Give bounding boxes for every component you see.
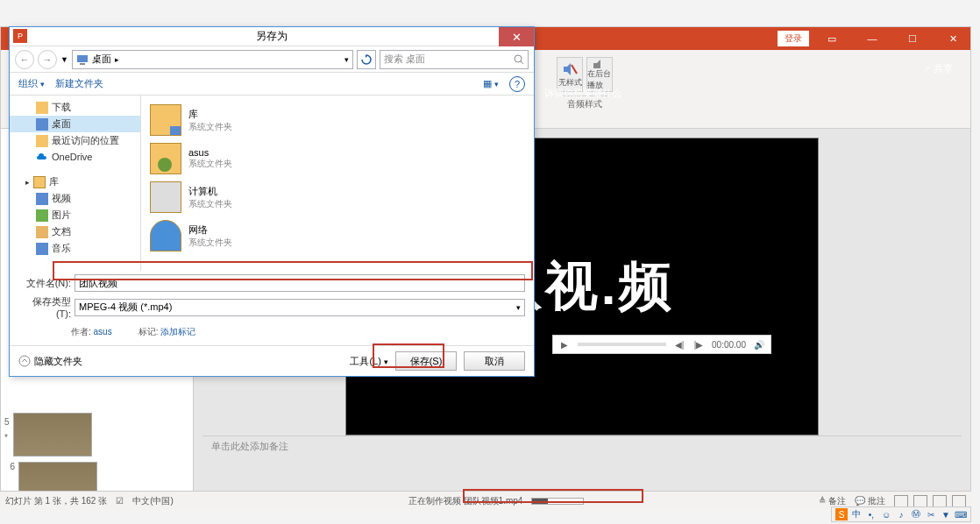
sorter-view-button[interactable] xyxy=(913,495,927,507)
slideshow-view-button[interactable] xyxy=(952,495,966,507)
svg-rect-2 xyxy=(80,63,85,65)
tree-recent[interactable]: 最近访问的位置 xyxy=(10,132,140,149)
pictures-icon xyxy=(36,209,48,222)
save-as-dialog: P 另存为 ✕ ← → ▼ 桌面 ▸ ▾ 搜索 桌面 组织 ▾ 新建文件夹 ▦ … xyxy=(9,26,535,377)
network-icon xyxy=(150,220,181,251)
path-dropdown-icon[interactable]: ▾ xyxy=(344,55,349,64)
recent-icon xyxy=(36,135,48,147)
folder-tree[interactable]: 下载 桌面 最近访问的位置 OneDrive ▸库 视频 图片 文档 音乐 xyxy=(10,96,141,271)
tree-onedrive[interactable]: OneDrive xyxy=(10,149,140,165)
maximize-button[interactable]: ☐ xyxy=(895,27,930,50)
ime-voice-button[interactable]: ♪ xyxy=(895,508,907,520)
search-box[interactable]: 搜索 桌面 xyxy=(380,50,529,69)
user-folder-icon xyxy=(150,143,181,174)
address-bar[interactable]: 桌面 ▸ ▾ xyxy=(72,50,353,69)
organize-menu[interactable]: 组织 ▾ xyxy=(18,77,45,90)
nav-back-button[interactable]: ← xyxy=(15,50,34,69)
media-seek[interactable] xyxy=(578,343,666,346)
dialog-footer: 隐藏文件夹 工具(L) ▾ 保存(S) 取消 xyxy=(10,345,534,376)
ime-toolbar[interactable]: S 中 •, ☺ ♪ Ⓜ ✂ ▼ ⌨ xyxy=(831,506,971,522)
media-control-bar: ▶ ◀| |▶ 00:00.00 🔊 xyxy=(552,335,771,354)
ribbon-display-button[interactable]: ▭ xyxy=(814,27,849,50)
media-prev-button[interactable]: ◀| xyxy=(673,338,685,351)
file-item-computer[interactable]: 计算机系统文件夹 xyxy=(146,178,529,216)
file-item-user[interactable]: asus系统文件夹 xyxy=(146,139,529,178)
path-chevron-icon[interactable]: ▸ xyxy=(115,55,119,64)
reading-view-button[interactable] xyxy=(933,495,947,507)
media-time: 00:00.00 xyxy=(712,340,746,350)
cancel-button[interactable]: 取消 xyxy=(464,351,525,371)
save-button[interactable]: 保存(S) xyxy=(395,351,457,371)
author-value[interactable]: asus xyxy=(94,327,112,336)
library-icon xyxy=(150,104,181,136)
dialog-close-button[interactable]: ✕ xyxy=(499,27,534,46)
ime-lang-button[interactable]: 中 xyxy=(850,508,863,520)
filename-input[interactable] xyxy=(75,274,525,292)
normal-view-button[interactable] xyxy=(894,495,908,507)
tree-video[interactable]: 视频 xyxy=(10,190,140,207)
nav-forward-button[interactable]: → xyxy=(38,50,57,69)
ime-emoji-button[interactable]: ☺ xyxy=(880,508,892,520)
file-item-library[interactable]: 库系统文件夹 xyxy=(146,101,529,139)
close-window-button[interactable]: ✕ xyxy=(935,27,970,50)
tree-music[interactable]: 音乐 xyxy=(10,240,140,257)
library-icon xyxy=(33,176,46,188)
desktop-icon xyxy=(36,118,48,131)
ime-keyboard-button[interactable]: ⌨ xyxy=(955,508,967,520)
language[interactable]: 中文(中国) xyxy=(132,495,174,507)
ime-logo-icon[interactable]: S xyxy=(835,508,848,520)
tell-me-search[interactable]: 诉我你想要做什么 xyxy=(544,87,621,100)
file-item-network[interactable]: 网络系统文件夹 xyxy=(146,216,529,255)
spellcheck-icon[interactable]: ☑ xyxy=(116,496,124,506)
tree-downloads[interactable]: 下载 xyxy=(10,99,140,116)
export-progress-label: 正在制作视频 团队视频1.mp4 xyxy=(408,495,523,507)
ime-m-button[interactable]: Ⓜ xyxy=(910,508,922,520)
minimize-button[interactable]: — xyxy=(855,27,890,50)
tree-documents[interactable]: 文档 xyxy=(10,223,140,240)
thumb-number: 6 xyxy=(4,462,15,471)
tags-value[interactable]: 添加标记 xyxy=(160,327,195,336)
share-button[interactable]: ♂ 共享 xyxy=(924,62,953,75)
new-folder-button[interactable]: 新建文件夹 xyxy=(55,77,103,90)
help-button[interactable]: ? xyxy=(509,76,525,92)
svg-line-4 xyxy=(521,61,523,64)
folder-icon xyxy=(36,102,48,114)
media-play-button[interactable]: ▶ xyxy=(558,338,571,351)
ime-clip-button[interactable]: ✂ xyxy=(925,508,937,520)
hide-folders-button[interactable]: 隐藏文件夹 xyxy=(18,355,82,368)
search-placeholder: 搜索 桌面 xyxy=(384,53,425,66)
comments-toggle[interactable]: 💬 批注 xyxy=(855,495,885,507)
media-next-button[interactable]: |▶ xyxy=(692,338,705,351)
pp-titlebar-right: 登录 ▭ — ☐ ✕ xyxy=(778,27,970,50)
refresh-icon xyxy=(361,54,372,65)
refresh-button[interactable] xyxy=(357,50,376,69)
notes-toggle[interactable]: ≜ 备注 xyxy=(819,495,846,507)
dialog-title: 另存为 xyxy=(256,29,288,44)
tree-library[interactable]: ▸库 xyxy=(10,173,140,190)
filetype-label: 保存类型(T): xyxy=(18,295,71,319)
view-options-button[interactable]: ▦ ▾ xyxy=(483,78,499,89)
svg-rect-1 xyxy=(77,55,88,62)
tree-desktop[interactable]: 桌面 xyxy=(10,116,140,132)
export-progress-bar xyxy=(531,498,584,505)
computer-icon xyxy=(150,181,181,213)
filetype-select[interactable]: MPEG-4 视频 (*.mp4)▾ xyxy=(75,299,525,316)
notes-pane[interactable]: 单击此处添加备注 xyxy=(202,435,962,457)
view-buttons xyxy=(894,495,966,507)
share-label: 共享 xyxy=(934,63,953,74)
svg-point-3 xyxy=(515,55,522,62)
ime-punct-button[interactable]: •, xyxy=(865,508,877,520)
status-bar: 幻灯片 第 1 张，共 162 张 ☑ 中文(中国) 正在制作视频 团队视频1.… xyxy=(0,491,971,510)
media-volume-button[interactable]: 🔊 xyxy=(753,338,765,351)
dialog-titlebar: P 另存为 ✕ xyxy=(10,27,534,46)
path-segment[interactable]: 桌面 xyxy=(92,53,111,66)
thumb-item[interactable]: 5* xyxy=(4,413,189,457)
tree-pictures[interactable]: 图片 xyxy=(10,207,140,223)
login-button[interactable]: 登录 xyxy=(778,31,809,46)
ime-skin-button[interactable]: ▼ xyxy=(940,508,952,520)
tools-menu[interactable]: 工具(L) ▾ xyxy=(350,355,388,368)
file-list[interactable]: 库系统文件夹 asus系统文件夹 计算机系统文件夹 网络系统文件夹 xyxy=(141,96,534,271)
svg-point-5 xyxy=(19,356,30,366)
nav-history-dropdown[interactable]: ▼ xyxy=(60,55,68,64)
documents-icon xyxy=(36,226,48,238)
